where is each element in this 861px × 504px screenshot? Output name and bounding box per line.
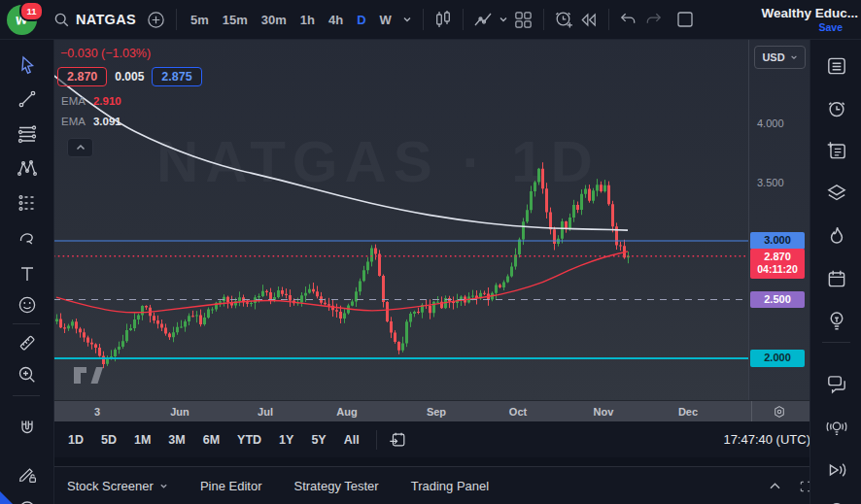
legend-collapse-button[interactable] [67,138,93,157]
indicator-value: 2.910 [93,95,121,107]
range-5y[interactable]: 5Y [302,433,334,447]
layout-grid-icon[interactable] [511,6,536,33]
symbol-name[interactable]: NATGAS [76,12,136,27]
tab-stock-screener[interactable]: Stock Screener [67,479,168,493]
up-wicks [57,168,629,366]
price-label-2.870[interactable]: 2.87004:11:20 [750,249,805,279]
object-tree-layers-icon[interactable] [825,182,848,205]
panel-collapse-icon[interactable] [769,482,781,490]
redo-icon[interactable] [641,6,667,33]
panel-gap [53,457,809,466]
chevron-down-icon [159,482,168,490]
timeframe-4h[interactable]: 4h [322,13,350,27]
range-all[interactable]: All [335,433,368,447]
currency-dropdown[interactable]: USD [754,46,806,69]
timeframe-15m[interactable]: 15m [216,13,255,27]
watchlist-icon[interactable] [825,54,848,78]
range-6m[interactable]: 6M [194,433,228,447]
tab-strategy-tester[interactable]: Strategy Tester [293,479,378,493]
chart-style-candles-icon[interactable] [430,6,456,33]
layout-square-icon[interactable] [672,6,698,33]
axis-divider [751,401,752,422]
sidebar-divider [822,342,850,343]
indicator-name: EMA [61,95,86,107]
tab-pine-editor[interactable]: Pine Editor [200,479,262,493]
indicator-row[interactable]: EMA 3.091 [61,116,202,127]
account-logo[interactable]: w 11 [7,5,37,35]
top-toolbar: w 11 NATGAS 5m15m30m1h4hDW [0,0,861,40]
price-label-2.000[interactable]: 2.000 [750,350,805,367]
ideas-bulb-icon[interactable] [825,309,848,332]
indicators-dropdown-icon[interactable] [496,6,511,33]
sell-button[interactable]: 2.870 [57,67,107,86]
text-tool-icon[interactable] [17,263,38,285]
toolbar-separator [608,9,609,30]
indicator-row[interactable]: EMA 2.910 [61,95,202,107]
account-name[interactable]: Wealthy Educ... [761,6,858,21]
range-1y[interactable]: 1Y [270,433,302,447]
account-area[interactable]: Wealthy Educ... Save [761,6,861,33]
tradingview-logo[interactable] [72,365,105,386]
range-separator [376,430,377,450]
tab-trading-panel[interactable]: Trading Panel [411,479,489,493]
time-axis[interactable]: 3JunJulAugSepOctNovDec [53,400,809,422]
undo-icon[interactable] [616,6,641,33]
drawing-lock-icon[interactable] [17,463,38,485]
alerts-icon[interactable] [825,97,848,120]
price-change: −0.030 (−1.03%) [60,47,202,60]
range-3m[interactable]: 3M [159,433,193,447]
alert-add-icon[interactable] [551,6,576,33]
cursor-tool-icon[interactable] [17,54,38,76]
compare-add-icon[interactable] [144,6,169,33]
clock-utc[interactable]: 17:47:40 (UTC) [723,432,810,447]
measure-tool-icon[interactable] [17,332,38,353]
hide-drawings-icon[interactable] [17,493,38,504]
range-5d[interactable]: 5D [92,433,125,447]
brush-tool-icon[interactable] [17,227,38,249]
range-1d[interactable]: 1D [59,433,92,447]
toolbar-separator [423,9,424,30]
magnet-tool-icon[interactable] [17,418,38,439]
range-1m[interactable]: 1M [125,433,159,447]
price-label-2.500[interactable]: 2.500 [750,291,805,309]
timeframe-1h[interactable]: 1h [293,13,322,27]
buy-button[interactable]: 2.875 [152,67,201,86]
price-axis[interactable]: USD 4.0003.5003.0002.87004:11:202.5002.0… [748,39,810,400]
timeframe-30m[interactable]: 30m [255,13,293,27]
timeframe-W[interactable]: W [373,13,398,27]
xabcd-pattern-tool-icon[interactable] [17,157,38,179]
timeframe-D[interactable]: D [350,13,372,27]
sidebar-more-icon[interactable] [825,495,848,504]
chart-settings-gear-icon[interactable] [772,404,787,420]
bar-replay-icon[interactable] [576,6,602,33]
time-label-Aug: Aug [336,406,357,418]
timeframe-dropdown-icon[interactable] [398,6,416,33]
toolbar-separator [176,9,177,30]
time-label-Sep: Sep [427,406,446,418]
chat-icon[interactable] [825,372,848,395]
shows-play-icon[interactable] [825,458,848,482]
hotlist-flame-icon[interactable] [825,224,848,248]
indicators-icon[interactable] [470,6,496,33]
fib-retracement-tool-icon[interactable] [17,123,38,145]
search-icon[interactable] [49,6,74,33]
indicator-name: EMA [61,116,86,127]
forecast-tool-icon[interactable] [17,192,38,214]
notification-badge[interactable]: 11 [19,1,44,21]
tab-label: Pine Editor [200,479,262,493]
calendar-icon[interactable] [825,267,848,290]
chevron-down-icon [790,53,798,61]
zoom-in-tool-icon[interactable] [17,364,38,386]
range-ytd[interactable]: YTD [228,433,270,447]
notes-add-icon[interactable] [825,139,848,162]
toolbar-separator [463,9,464,30]
trend-line-tool-icon[interactable] [17,88,38,110]
price-label-3.000[interactable]: 3.000 [750,232,805,250]
go-to-date-icon[interactable] [385,426,410,454]
save-button[interactable]: Save [818,21,843,33]
chart-pane[interactable]: NATGAS · 1D −0.030 (−1.03%) 2.870 0.005 … [53,39,748,400]
spread-value: 0.005 [115,70,144,84]
emoji-tool-icon[interactable] [17,294,38,316]
timeframe-5m[interactable]: 5m [184,13,216,27]
streams-icon[interactable] [825,416,848,439]
